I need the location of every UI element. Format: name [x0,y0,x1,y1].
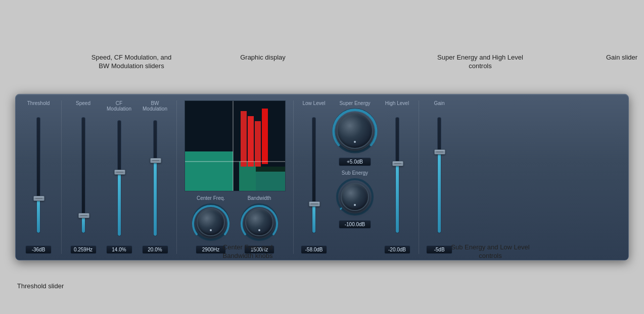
svg-rect-1 [185,151,236,191]
sub-energy-knob[interactable] [341,183,369,211]
low-level-section: Low Level -58.0dB [299,100,329,254]
annotation-graphic-display: Graphic display [233,54,293,62]
cf-modulation-label: CF Modulation [103,100,135,112]
gain-track[interactable] [437,117,441,233]
sub-energy-label: Sub Energy [342,170,368,176]
threshold-track[interactable] [36,117,40,233]
svg-rect-6 [255,121,261,167]
speed-label: Speed [76,100,90,106]
energy-column: Super Energy +5.0dB Sub Energy [332,100,378,254]
svg-rect-7 [262,109,268,164]
knob-row: Center Freq. 2900Hz Bandwidth [192,195,279,254]
sub-energy-knob-dot [354,204,356,206]
super-energy-knob[interactable] [337,113,373,149]
high-level-label: High Level [385,100,409,106]
svg-rect-3 [233,101,239,191]
sub-energy-knob-container [336,178,374,216]
bandwidth-knob-container [240,203,279,241]
low-level-value: -58.0dB [301,245,327,254]
bandwidth-section: Bandwidth 1500Hz [240,195,279,254]
divider-4 [419,100,419,254]
cf-modulation-fill [118,172,121,235]
threshold-value: -36dB [25,245,52,254]
graphic-display [185,100,286,191]
cf-modulation-value: 14.0% [106,245,132,254]
super-energy-label: Super Energy [339,100,370,106]
bw-modulation-value: 20.0% [142,245,168,254]
center-freq-value: 2900Hz [196,245,226,254]
center-freq-knob-container [192,203,230,241]
speed-section: Speed 0.259Hz [67,100,100,254]
threshold-fill [37,198,40,233]
annotation-gain-slider: Gain slider [602,54,642,62]
speed-value: 0.259Hz [70,245,97,254]
plugin-body: Threshold -36dB Speed 0.259Hz [15,94,629,260]
center-section: Center Freq. 2900Hz Bandwidth [182,100,288,254]
high-level-value: -20.0dB [384,245,410,254]
speed-fill [82,216,85,233]
svg-rect-4 [241,111,247,167]
threshold-label: Threshold [27,100,50,106]
super-energy-knob-dot [354,141,356,143]
bw-modulation-fill [154,161,157,235]
cf-modulation-thumb[interactable] [114,170,125,175]
svg-rect-5 [248,116,254,167]
center-freq-section: Center Freq. 2900Hz [192,195,230,254]
annotation-speed-cf-bw: Speed, CF Modulation, and BW Modulation … [88,54,174,71]
high-level-fill [396,164,399,233]
cf-modulation-track[interactable] [117,120,121,236]
graphic-svg [185,101,286,191]
high-level-section: High Level -20.0dB [381,100,413,254]
gain-fill [438,152,441,233]
high-level-track[interactable] [395,117,399,233]
bw-modulation-section: BW Modulation 20.0% [139,100,171,254]
svg-rect-9 [256,172,286,191]
high-level-thumb[interactable] [392,161,403,166]
bw-modulation-thumb[interactable] [150,158,161,163]
annotation-super-energy-high-level: Super Energy and High Level controls [430,54,531,71]
center-freq-knob-dot [210,229,212,231]
center-freq-knob[interactable] [197,208,225,236]
low-level-thumb[interactable] [309,201,320,206]
divider-2 [176,100,177,254]
bandwidth-knob[interactable] [245,208,273,236]
speed-thumb[interactable] [78,213,89,218]
bandwidth-label: Bandwidth [248,195,271,201]
sub-energy-value: -100.0dB [339,220,371,229]
bandwidth-knob-dot [258,229,260,231]
sub-energy-group: Sub Energy -100.0dB [336,170,374,229]
super-energy-value: +5.0dB [339,158,371,166]
low-level-track[interactable] [312,117,316,233]
center-freq-label: Center Freq. [197,195,225,201]
bw-modulation-label: BW Modulation [139,100,171,112]
gain-value: -5dB [426,245,452,254]
threshold-section: Threshold -36dB [21,100,56,254]
speed-track[interactable] [81,117,85,233]
cf-modulation-section: CF Modulation 14.0% [103,100,135,254]
super-energy-group: Super Energy +5.0dB [332,100,378,166]
gain-label: Gain [434,100,444,106]
super-energy-knob-container [332,108,378,153]
annotation-threshold-slider: Threshold slider [15,282,66,291]
bw-modulation-track[interactable] [153,120,157,236]
gain-section: Gain -5dB [424,100,454,254]
gain-thumb[interactable] [434,149,445,154]
low-level-fill [312,204,315,233]
low-level-label: Low Level [302,100,325,106]
threshold-thumb[interactable] [33,196,44,201]
divider-3 [293,100,294,254]
divider-1 [61,100,62,254]
full-ui: Speed, CF Modulation, and BW Modulation … [10,54,634,260]
bandwidth-value: 1500Hz [244,245,274,254]
